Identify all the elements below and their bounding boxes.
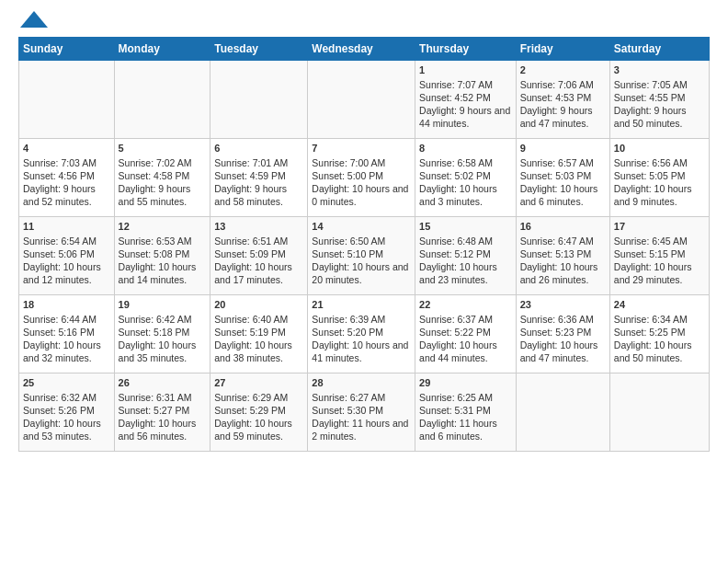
cell-content: Sunrise: 7:05 AM bbox=[614, 78, 705, 91]
cell-content: Daylight: 10 hours and 47 minutes. bbox=[520, 339, 606, 364]
week-row-2: 4Sunrise: 7:03 AMSunset: 4:56 PMDaylight… bbox=[19, 139, 710, 217]
calendar-cell: 14Sunrise: 6:50 AMSunset: 5:10 PMDayligh… bbox=[308, 217, 415, 295]
cell-content: Sunset: 5:00 PM bbox=[312, 169, 411, 182]
calendar-cell: 4Sunrise: 7:03 AMSunset: 4:56 PMDaylight… bbox=[19, 139, 115, 217]
day-number: 14 bbox=[312, 220, 411, 234]
day-number: 18 bbox=[23, 298, 110, 312]
cell-content: Daylight: 10 hours and 12 minutes. bbox=[23, 260, 110, 286]
day-number: 3 bbox=[614, 63, 705, 77]
cell-content: Daylight: 9 hours and 47 minutes. bbox=[520, 104, 606, 130]
cell-content: Sunrise: 6:53 AM bbox=[119, 235, 207, 247]
header bbox=[18, 15, 710, 28]
day-number: 10 bbox=[614, 142, 705, 155]
col-header-sunday: Sunday bbox=[19, 38, 115, 61]
day-number: 29 bbox=[419, 376, 512, 390]
cell-content: Sunset: 5:26 PM bbox=[23, 404, 110, 417]
cell-content: Sunset: 5:20 PM bbox=[312, 326, 411, 339]
cell-content: Sunrise: 7:06 AM bbox=[520, 78, 606, 91]
cell-content: Sunset: 5:27 PM bbox=[119, 404, 207, 417]
calendar-cell: 26Sunrise: 6:31 AMSunset: 5:27 PMDayligh… bbox=[114, 373, 210, 452]
calendar-cell: 1Sunrise: 7:07 AMSunset: 4:52 PMDaylight… bbox=[415, 61, 517, 139]
cell-content: Sunset: 4:53 PM bbox=[520, 91, 606, 104]
cell-content: Sunrise: 6:54 AM bbox=[23, 235, 110, 247]
cell-content: Daylight: 9 hours and 52 minutes. bbox=[23, 182, 110, 208]
cell-content: Sunrise: 6:50 AM bbox=[312, 235, 411, 247]
day-number: 28 bbox=[312, 376, 411, 390]
day-number: 5 bbox=[119, 142, 207, 155]
cell-content: Sunrise: 6:29 AM bbox=[214, 391, 303, 404]
calendar-cell: 29Sunrise: 6:25 AMSunset: 5:31 PMDayligh… bbox=[415, 373, 517, 452]
day-number: 16 bbox=[520, 220, 606, 234]
cell-content: Sunrise: 7:03 AM bbox=[23, 156, 110, 169]
cell-content: Sunset: 5:03 PM bbox=[520, 169, 606, 182]
cell-content: Sunrise: 6:32 AM bbox=[23, 391, 110, 404]
day-number: 8 bbox=[419, 142, 512, 155]
cell-content: Sunrise: 6:42 AM bbox=[119, 313, 207, 326]
cell-content: Daylight: 9 hours and 55 minutes. bbox=[119, 182, 207, 208]
cell-content: Sunset: 5:02 PM bbox=[419, 169, 512, 182]
day-number: 19 bbox=[119, 298, 207, 312]
calendar-table: SundayMondayTuesdayWednesdayThursdayFrid… bbox=[18, 37, 710, 452]
calendar-cell: 28Sunrise: 6:27 AMSunset: 5:30 PMDayligh… bbox=[308, 373, 415, 452]
day-number: 24 bbox=[614, 298, 705, 312]
cell-content: Daylight: 10 hours and 35 minutes. bbox=[119, 339, 207, 364]
week-row-3: 11Sunrise: 6:54 AMSunset: 5:06 PMDayligh… bbox=[19, 217, 710, 295]
cell-content: Sunset: 4:55 PM bbox=[614, 91, 705, 104]
cell-content: Sunrise: 7:00 AM bbox=[312, 156, 411, 169]
week-row-1: 1Sunrise: 7:07 AMSunset: 4:52 PMDaylight… bbox=[19, 61, 710, 139]
col-header-wednesday: Wednesday bbox=[308, 38, 415, 61]
cell-content: Daylight: 11 hours and 2 minutes. bbox=[312, 417, 411, 442]
day-number: 12 bbox=[119, 220, 207, 234]
cell-content: Sunset: 5:19 PM bbox=[214, 326, 303, 339]
cell-content: Daylight: 10 hours and 20 minutes. bbox=[312, 260, 411, 286]
day-number: 1 bbox=[419, 63, 512, 77]
calendar-cell: 7Sunrise: 7:00 AMSunset: 5:00 PMDaylight… bbox=[308, 139, 415, 217]
calendar-cell: 9Sunrise: 6:57 AMSunset: 5:03 PMDaylight… bbox=[516, 139, 609, 217]
calendar-cell bbox=[308, 61, 415, 139]
day-number: 17 bbox=[614, 220, 705, 234]
cell-content: Sunrise: 6:45 AM bbox=[614, 235, 705, 247]
cell-content: Sunrise: 6:57 AM bbox=[520, 156, 606, 169]
cell-content: Sunrise: 6:37 AM bbox=[419, 313, 512, 326]
day-number: 22 bbox=[419, 298, 512, 312]
col-header-saturday: Saturday bbox=[609, 38, 709, 61]
cell-content: Daylight: 9 hours and 44 minutes. bbox=[419, 104, 512, 130]
cell-content: Daylight: 10 hours and 50 minutes. bbox=[614, 339, 705, 364]
cell-content: Sunset: 4:52 PM bbox=[419, 91, 512, 104]
cell-content: Sunset: 5:06 PM bbox=[23, 247, 110, 260]
cell-content: Sunset: 5:05 PM bbox=[614, 169, 705, 182]
cell-content: Sunset: 5:16 PM bbox=[23, 326, 110, 339]
cell-content: Daylight: 10 hours and 32 minutes. bbox=[23, 339, 110, 364]
calendar-cell: 23Sunrise: 6:36 AMSunset: 5:23 PMDayligh… bbox=[516, 295, 609, 373]
calendar-cell: 25Sunrise: 6:32 AMSunset: 5:26 PMDayligh… bbox=[19, 373, 115, 452]
cell-content: Sunrise: 6:27 AM bbox=[312, 391, 411, 404]
logo-icon bbox=[20, 11, 48, 28]
cell-content: Sunset: 4:58 PM bbox=[119, 169, 207, 182]
calendar-cell bbox=[19, 61, 115, 139]
calendar-cell: 11Sunrise: 6:54 AMSunset: 5:06 PMDayligh… bbox=[19, 217, 115, 295]
cell-content: Sunset: 5:22 PM bbox=[419, 326, 512, 339]
cell-content: Sunset: 5:31 PM bbox=[419, 404, 512, 417]
day-number: 21 bbox=[312, 298, 411, 312]
col-header-tuesday: Tuesday bbox=[210, 38, 308, 61]
calendar-cell: 12Sunrise: 6:53 AMSunset: 5:08 PMDayligh… bbox=[114, 217, 210, 295]
cell-content: Sunset: 4:56 PM bbox=[23, 169, 110, 182]
cell-content: Sunrise: 6:40 AM bbox=[214, 313, 303, 326]
cell-content: Sunrise: 7:01 AM bbox=[214, 156, 303, 169]
cell-content: Daylight: 10 hours and 23 minutes. bbox=[419, 260, 512, 286]
week-row-4: 18Sunrise: 6:44 AMSunset: 5:16 PMDayligh… bbox=[19, 295, 710, 373]
cell-content: Sunrise: 6:34 AM bbox=[614, 313, 705, 326]
cell-content: Sunrise: 6:51 AM bbox=[214, 235, 303, 247]
cell-content: Daylight: 10 hours and 44 minutes. bbox=[419, 339, 512, 364]
cell-content: Sunrise: 6:58 AM bbox=[419, 156, 512, 169]
calendar-cell: 10Sunrise: 6:56 AMSunset: 5:05 PMDayligh… bbox=[609, 139, 709, 217]
cell-content: Sunrise: 6:44 AM bbox=[23, 313, 110, 326]
cell-content: Sunset: 5:25 PM bbox=[614, 326, 705, 339]
calendar-cell bbox=[516, 373, 609, 452]
day-number: 26 bbox=[119, 376, 207, 390]
day-number: 6 bbox=[214, 142, 303, 155]
calendar-cell: 20Sunrise: 6:40 AMSunset: 5:19 PMDayligh… bbox=[210, 295, 308, 373]
cell-content: Daylight: 9 hours and 50 minutes. bbox=[614, 104, 705, 130]
day-number: 13 bbox=[214, 220, 303, 234]
day-number: 23 bbox=[520, 298, 606, 312]
